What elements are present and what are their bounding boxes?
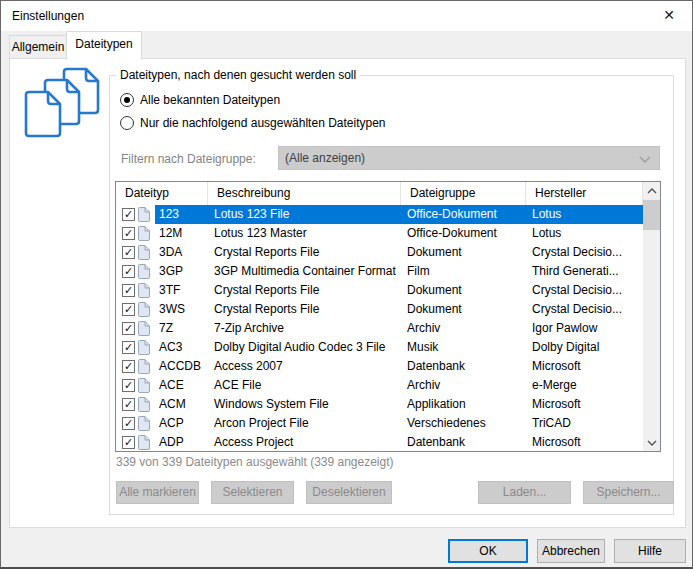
- table-row[interactable]: ✓ ACP Arcon Project File Verschiedenes T…: [116, 414, 643, 433]
- scroll-up-icon[interactable]: [643, 182, 660, 199]
- selection-status-text: 339 von 339 Dateitypen ausgewählt (339 a…: [116, 455, 394, 469]
- cell-dateigruppe: Dokument: [401, 281, 526, 300]
- cell-hersteller: Crystal Decisio...: [526, 281, 643, 300]
- radio-dot-0[interactable]: [120, 93, 134, 107]
- row-checkbox[interactable]: ✓: [122, 246, 135, 259]
- deselect-button[interactable]: Deselektieren: [306, 481, 392, 504]
- cell-dateityp: ACM: [155, 395, 208, 414]
- table-row[interactable]: ✓ 123 Lotus 123 File Office-Dokument Lot…: [116, 205, 643, 224]
- load-button[interactable]: Laden...: [478, 481, 571, 504]
- table-row[interactable]: ✓ 3DA Crystal Reports File Dokument Crys…: [116, 243, 643, 262]
- row-gutter: ✓: [116, 319, 155, 338]
- radio-dot-1[interactable]: [120, 116, 134, 130]
- file-types-groupbox: Dateitypen, nach denen gesucht werden so…: [109, 75, 674, 515]
- scroll-down-icon[interactable]: [643, 434, 660, 451]
- row-checkbox[interactable]: ✓: [122, 436, 135, 449]
- tab-allgemein[interactable]: Allgemein: [9, 35, 67, 59]
- row-cells: 3DA Crystal Reports File Dokument Crysta…: [155, 243, 643, 262]
- close-icon[interactable]: ✕: [646, 1, 692, 30]
- table-row[interactable]: ✓ 3GP 3GP Multimedia Container Format Fi…: [116, 262, 643, 281]
- scrollbar-thumb[interactable]: [643, 200, 660, 230]
- radio-only-selected-filetypes[interactable]: Nur die nachfolgend ausgewählten Dateity…: [120, 115, 386, 130]
- cell-beschreibung: Arcon Project File: [208, 414, 401, 433]
- dropdown-value: (Alle anzeigen): [285, 151, 365, 165]
- radio-label: Nur die nachfolgend ausgewählten Dateity…: [140, 116, 386, 130]
- row-checkbox[interactable]: ✓: [122, 417, 135, 430]
- cell-dateityp: 3GP: [155, 262, 208, 281]
- row-checkbox[interactable]: ✓: [122, 341, 135, 354]
- tab-dateitypen[interactable]: Dateitypen: [66, 31, 142, 59]
- cancel-button[interactable]: Abbrechen: [537, 539, 605, 563]
- row-checkbox[interactable]: ✓: [122, 284, 135, 297]
- row-cells: 7Z 7-Zip Archive Archiv Igor Pawlow: [155, 319, 643, 338]
- row-checkbox[interactable]: ✓: [122, 379, 135, 392]
- save-button[interactable]: Speichern...: [583, 481, 674, 504]
- chevron-down-icon: [639, 156, 651, 163]
- row-checkbox[interactable]: ✓: [122, 322, 135, 335]
- row-checkbox[interactable]: ✓: [122, 265, 135, 278]
- cell-dateityp: 12M: [155, 224, 208, 243]
- column-header-dateigruppe[interactable]: Dateigruppe: [401, 182, 526, 205]
- file-icon: [138, 264, 150, 279]
- row-cells: ACM Windows System File Applikation Micr…: [155, 395, 643, 414]
- cell-beschreibung: 3GP Multimedia Container Format: [208, 262, 401, 281]
- row-checkbox[interactable]: ✓: [122, 398, 135, 411]
- window-title: Einstellungen: [12, 9, 84, 23]
- cell-dateityp: 3DA: [155, 243, 208, 262]
- row-cells: 3WS Crystal Reports File Dokument Crysta…: [155, 300, 643, 319]
- ok-button[interactable]: OK: [448, 539, 528, 563]
- cell-hersteller: Crystal Decisio...: [526, 300, 643, 319]
- table-row[interactable]: ✓ ACM Windows System File Applikation Mi…: [116, 395, 643, 414]
- file-icon: [138, 321, 150, 336]
- table-row[interactable]: ✓ 3WS Crystal Reports File Dokument Crys…: [116, 300, 643, 319]
- row-checkbox[interactable]: ✓: [122, 360, 135, 373]
- cell-dateityp: ACP: [155, 414, 208, 433]
- cell-beschreibung: 7-Zip Archive: [208, 319, 401, 338]
- cell-hersteller: Microsoft: [526, 433, 643, 451]
- table-row[interactable]: ✓ AC3 Dolby Digital Audio Codec 3 File M…: [116, 338, 643, 357]
- cell-dateigruppe: Film: [401, 262, 526, 281]
- select-all-button[interactable]: Alle markieren: [116, 481, 199, 504]
- row-gutter: ✓: [116, 243, 155, 262]
- file-icon: [138, 397, 150, 412]
- file-icon: [138, 302, 150, 317]
- table-row[interactable]: ✓ ACCDB Access 2007 Datenbank Microsoft: [116, 357, 643, 376]
- help-button[interactable]: Hilfe: [614, 539, 686, 563]
- radio-all-known-filetypes[interactable]: Alle bekannten Dateitypen: [120, 92, 280, 107]
- row-gutter: ✓: [116, 338, 155, 357]
- cell-beschreibung: Lotus 123 File: [208, 205, 401, 224]
- table-row[interactable]: ✓ 12M Lotus 123 Master Office-Dokument L…: [116, 224, 643, 243]
- file-icon: [138, 226, 150, 241]
- cell-dateigruppe: Musik: [401, 338, 526, 357]
- row-cells: AC3 Dolby Digital Audio Codec 3 File Mus…: [155, 338, 643, 357]
- row-checkbox[interactable]: ✓: [122, 303, 135, 316]
- list-header: Dateityp Beschreibung Dateigruppe Herste…: [116, 182, 643, 205]
- row-gutter: ✓: [116, 395, 155, 414]
- column-header-hersteller[interactable]: Hersteller: [526, 182, 643, 205]
- column-header-dateityp[interactable]: Dateityp: [116, 182, 208, 205]
- select-button[interactable]: Selektieren: [211, 481, 294, 504]
- cell-hersteller: Crystal Decisio...: [526, 243, 643, 262]
- row-cells: 123 Lotus 123 File Office-Dokument Lotus: [155, 205, 643, 224]
- table-row[interactable]: ✓ ACE ACE File Archiv e-Merge: [116, 376, 643, 395]
- row-cells: ACP Arcon Project File Verschiedenes Tri…: [155, 414, 643, 433]
- cell-dateigruppe: Dokument: [401, 300, 526, 319]
- cell-hersteller: Lotus: [526, 224, 643, 243]
- cell-dateigruppe: Office-Dokument: [401, 224, 526, 243]
- vertical-scrollbar[interactable]: [643, 182, 660, 451]
- table-row[interactable]: ✓ 3TF Crystal Reports File Dokument Crys…: [116, 281, 643, 300]
- row-checkbox[interactable]: ✓: [122, 227, 135, 240]
- column-header-beschreibung[interactable]: Beschreibung: [208, 182, 401, 205]
- cell-dateityp: 7Z: [155, 319, 208, 338]
- cell-dateityp: 123: [155, 205, 208, 224]
- cell-beschreibung: Crystal Reports File: [208, 243, 401, 262]
- table-row[interactable]: ✓ ADP Access Project Datenbank Microsoft: [116, 433, 643, 451]
- row-checkbox[interactable]: ✓: [122, 208, 135, 221]
- file-group-dropdown[interactable]: (Alle anzeigen): [278, 146, 660, 170]
- cell-beschreibung: Dolby Digital Audio Codec 3 File: [208, 338, 401, 357]
- list-rows: ✓ 123 Lotus 123 File Office-Dokument Lot…: [116, 205, 643, 451]
- row-cells: 3GP 3GP Multimedia Container Format Film…: [155, 262, 643, 281]
- table-row[interactable]: ✓ 7Z 7-Zip Archive Archiv Igor Pawlow: [116, 319, 643, 338]
- cell-dateigruppe: Applikation: [401, 395, 526, 414]
- titlebar: Einstellungen ✕: [1, 1, 692, 31]
